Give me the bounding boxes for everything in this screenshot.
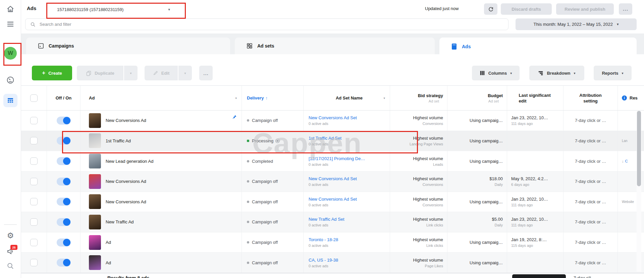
bid-strategy-value: Highest volume xyxy=(413,197,443,202)
column-header-bid-strategy[interactable]: Bid strategy Ad set xyxy=(390,86,447,110)
ads-manager-icon[interactable] xyxy=(3,94,17,107)
row-checkbox[interactable] xyxy=(30,239,38,246)
row-checkbox-cell xyxy=(21,171,47,192)
review-and-publish-button[interactable]: Review and publish xyxy=(556,3,614,15)
ad-set-link[interactable]: New Conversions Ad Set xyxy=(309,197,390,202)
table-row[interactable]: Ad Campaign off CA, US - 19-38 0 active … xyxy=(21,253,644,273)
ad-on-off-toggle[interactable] xyxy=(57,178,71,186)
ad-set-name-cell: 1st Traffic Ad Set 0 active ads xyxy=(304,131,390,151)
more-options-button[interactable]: ... xyxy=(619,3,632,15)
row-checkbox[interactable] xyxy=(30,117,38,124)
more-actions-button[interactable]: ... xyxy=(199,66,213,80)
ad-set-link[interactable]: New Conversions Ad Set xyxy=(309,176,390,181)
ad-name[interactable]: New Traffic Ad xyxy=(106,219,134,224)
tab-ads[interactable]: Ads xyxy=(439,38,637,56)
delivery-cell: Campaign off xyxy=(242,253,304,273)
ad-set-link[interactable]: [12/17/2021] Promoting De… xyxy=(309,156,390,161)
ad-on-off-toggle[interactable] xyxy=(57,198,71,206)
tab-ad-sets-label: Ad sets xyxy=(257,43,274,49)
column-header-attribution-setting[interactable]: Attribution setting xyxy=(564,86,618,110)
column-header-budget[interactable]: Budget Ad set xyxy=(447,86,507,110)
ad-name[interactable]: New Lead generation Ad xyxy=(106,159,153,164)
row-checkbox[interactable] xyxy=(30,259,38,266)
row-checkbox[interactable] xyxy=(30,157,38,165)
ad-set-link[interactable]: New Conversions Ad Set xyxy=(309,115,390,120)
refresh-button[interactable] xyxy=(484,3,497,15)
table-row[interactable]: 1st Traffic Ad Processing 1st Traffic Ad… xyxy=(21,131,644,151)
ad-on-off-toggle[interactable] xyxy=(57,218,71,226)
table-row[interactable]: New Conversions Ad Campaign off New Conv… xyxy=(21,171,644,192)
ad-name[interactable]: New Conversions Ad xyxy=(106,179,146,184)
bid-strategy-cell: Highest volume Link clicks xyxy=(390,212,447,232)
column-header-toggle[interactable]: Off / On xyxy=(47,86,80,110)
ad-set-name-cell: New Conversions Ad Set 0 active ads xyxy=(304,192,390,212)
column-header-last-significant-edit[interactable]: Last significant edit xyxy=(507,86,564,110)
delivery-cell: Campaign off xyxy=(242,232,304,253)
home-icon[interactable] xyxy=(6,5,15,13)
budget-type: Daily xyxy=(495,223,503,227)
row-checkbox[interactable] xyxy=(30,137,38,144)
ad-name[interactable]: 1st Traffic Ad xyxy=(106,138,131,143)
row-checkbox[interactable] xyxy=(30,218,38,226)
edit-dropdown-button[interactable]: ▾ xyxy=(178,66,192,80)
columns-button[interactable]: Columns ▾ xyxy=(472,66,520,80)
ad-name[interactable]: Ad xyxy=(106,260,111,265)
tab-ad-sets[interactable]: Ad sets xyxy=(235,38,435,54)
ad-on-off-toggle[interactable] xyxy=(57,117,71,125)
account-selector-dropdown[interactable]: 1571880231159 (1571880231159) ▾ xyxy=(51,3,183,15)
duplicate-button[interactable]: Duplicate xyxy=(77,66,123,80)
search-sidebar-icon[interactable] xyxy=(6,262,14,270)
budget-value: Using campaig… xyxy=(470,199,503,204)
ad-set-name-cell: New Conversions Ad Set 0 active ads xyxy=(304,171,390,192)
budget-value: Using campaig… xyxy=(470,138,503,143)
sort-chevron-icon[interactable]: ▾ xyxy=(235,96,237,100)
table-row[interactable]: New Conversions Ad Campaign off New Conv… xyxy=(21,111,644,131)
edit-button[interactable]: Edit xyxy=(145,66,178,80)
budget-cell: $5.00 Daily xyxy=(447,212,507,232)
vertical-scrollbar[interactable] xyxy=(637,111,641,186)
ad-cell: New Conversions Ad xyxy=(80,111,242,131)
column-header-ad-set-name[interactable]: Ad Set Name ▾ xyxy=(304,86,390,110)
discard-drafts-button[interactable]: Discard drafts xyxy=(501,3,552,15)
sort-chevron-icon[interactable]: ▾ xyxy=(383,96,385,100)
table-row[interactable]: New Conversions Ad Campaign off New Conv… xyxy=(21,192,644,212)
row-checkbox[interactable] xyxy=(30,178,38,185)
column-header-results[interactable]: i Res xyxy=(618,86,644,110)
menu-icon[interactable] xyxy=(6,21,14,27)
table-row[interactable]: Ad Campaign off Toronto - 18-28 0 active… xyxy=(21,232,644,253)
ad-name[interactable]: New Conversions Ad xyxy=(106,118,146,123)
account-avatar[interactable]: W xyxy=(4,47,17,60)
tab-campaigns[interactable]: Campaigns xyxy=(26,38,230,54)
column-header-ad[interactable]: Ad ▾ xyxy=(80,86,242,110)
performance-gauge-icon[interactable] xyxy=(6,76,15,84)
active-ads-count: 0 active ads xyxy=(309,264,390,268)
table-row[interactable]: New Lead generation Ad Completed [12/17/… xyxy=(21,151,644,171)
create-button[interactable]: + Create xyxy=(32,66,72,80)
ad-on-off-toggle[interactable] xyxy=(57,259,71,267)
table-body: New Conversions Ad Campaign off New Conv… xyxy=(21,111,644,273)
ad-name[interactable]: New Conversions Ad xyxy=(106,199,146,204)
ad-set-name-cell: New Traffic Ad Set 0 active ads xyxy=(304,212,390,232)
ad-name[interactable]: Ad xyxy=(106,240,111,245)
row-toggle-cell xyxy=(47,151,80,171)
ad-set-link[interactable]: 1st Traffic Ad Set xyxy=(309,136,390,141)
search-and-filter-input[interactable]: Search and filter xyxy=(25,18,508,30)
settings-gear-icon[interactable]: ⚙ xyxy=(7,232,14,239)
announcements-megaphone-icon[interactable]: 25 xyxy=(6,247,14,255)
ad-on-off-toggle[interactable] xyxy=(57,238,71,247)
duplicate-dropdown-button[interactable]: ▾ xyxy=(124,66,138,80)
date-range-selector[interactable]: This month: May 1, 2022 – May 15, 2022 ▾ xyxy=(516,18,637,30)
ad-on-off-toggle[interactable] xyxy=(57,157,71,165)
ad-set-link[interactable]: Toronto - 18-28 xyxy=(309,237,390,242)
table-row[interactable]: New Traffic Ad Campaign off New Traffic … xyxy=(21,212,644,232)
reports-button[interactable]: Reports ▾ xyxy=(594,66,632,80)
ad-thumbnail xyxy=(89,154,101,168)
select-all-checkbox[interactable] xyxy=(30,94,38,102)
column-header-delivery[interactable]: Delivery ↑ xyxy=(242,86,304,110)
row-checkbox[interactable] xyxy=(30,198,38,205)
delivery-status-dot xyxy=(247,201,249,203)
ad-set-link[interactable]: CA, US - 19-38 xyxy=(309,258,390,263)
breakdown-button[interactable]: Breakdown ▾ xyxy=(529,66,584,80)
ad-set-link[interactable]: New Traffic Ad Set xyxy=(309,217,390,222)
ad-on-off-toggle[interactable] xyxy=(57,137,71,145)
